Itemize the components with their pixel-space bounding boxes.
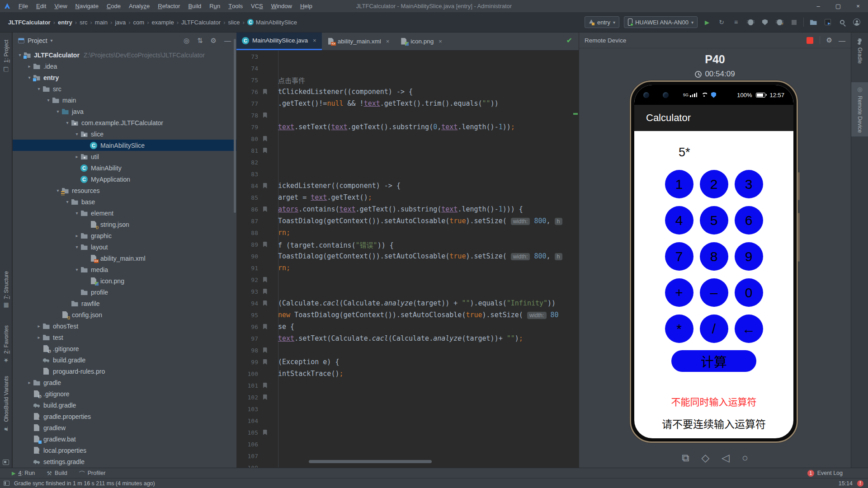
fold-marker-icon[interactable] (258, 136, 272, 141)
error-indicator-icon[interactable]: ! (857, 480, 863, 487)
chevron-down-icon[interactable]: ▾ (73, 244, 80, 249)
tree-item-test[interactable]: ▸test (13, 332, 236, 343)
editor-tab-icon-png[interactable]: icon.png× (395, 33, 448, 50)
key-7[interactable]: 7 (665, 242, 693, 271)
key-2[interactable]: 2 (700, 170, 728, 198)
tree-item-element[interactable]: ▾element (13, 207, 236, 219)
avatar-icon[interactable] (852, 17, 862, 27)
phone-screen[interactable]: 5G 100% 12:57 Calculator 5* 123456789+–0… (634, 85, 793, 438)
code-line-79[interactable]: 79text.setText(text.getText().substring(… (236, 121, 579, 133)
menu-help[interactable]: Help (296, 0, 316, 12)
tree-item-base[interactable]: ▾base (13, 196, 236, 207)
chevron-right-icon[interactable]: ▸ (73, 233, 80, 238)
attach-debugger-icon[interactable]: ↻ (717, 17, 726, 27)
code-line-84[interactable]: 84ickedListener((component) -> { (236, 180, 579, 192)
menu-window[interactable]: Window (267, 0, 296, 12)
key-1[interactable]: 1 (665, 170, 693, 198)
stop-device-icon[interactable] (807, 37, 813, 44)
tree-item--gitignore[interactable]: ∅.gitignore (13, 343, 236, 354)
menu-analyze[interactable]: Analyze (125, 0, 154, 12)
nav-back-icon[interactable]: ◁ (679, 436, 686, 438)
tree-item-slice[interactable]: ▾slice (13, 128, 236, 140)
chevron-down-icon[interactable]: ▾ (54, 188, 61, 193)
tree-item-config-json[interactable]: {}config.json (13, 309, 236, 320)
chevron-down-icon[interactable]: ▾ (64, 199, 71, 204)
locate-file-icon[interactable]: ◎ (184, 37, 189, 45)
run-tool-window[interactable]: ▶ 4: Run (12, 470, 35, 476)
breadcrumb-item-slice[interactable]: slice (226, 19, 242, 26)
tree-item-com-example-jltfcalculator[interactable]: ▾com.example.JLTFCalculator (13, 117, 236, 128)
code-line-94[interactable]: 94(Calculate.cacl(Calculate.analyze(targ… (236, 297, 579, 309)
code-line-87[interactable]: 87ToastDialog(getContext()).setAutoClosa… (236, 215, 579, 227)
tree-item-media[interactable]: ▾media (13, 264, 236, 275)
code-line-102[interactable]: 102 (236, 391, 579, 403)
key-/[interactable]: / (700, 314, 728, 343)
gear-icon[interactable]: ⚙ (211, 37, 217, 45)
menu-vcs[interactable]: VCS (247, 0, 267, 12)
window-close-icon[interactable]: × (848, 0, 868, 12)
tree-item-build-gradle[interactable]: build.gradle (13, 354, 236, 366)
fold-marker-icon[interactable] (258, 383, 272, 388)
code-line-99[interactable]: 99(Exception e) { (236, 356, 579, 368)
code-line-77[interactable]: 77.getText()!=null && !text.getText().tr… (236, 98, 579, 109)
fold-marker-icon[interactable] (258, 89, 272, 94)
key-+[interactable]: + (665, 278, 693, 307)
fold-marker-icon[interactable] (258, 289, 272, 294)
tree-item-mainabilityslice[interactable]: CMainAbilitySlice (13, 140, 236, 151)
tool-tab-project[interactable]: ❏1: Project (0, 36, 12, 76)
code-line-103[interactable]: 103 (236, 403, 579, 415)
chevron-right-icon[interactable]: ▸ (73, 154, 80, 159)
chevron-right-icon[interactable]: ▸ (35, 324, 42, 328)
run-config-select[interactable]: entry ▾ (585, 16, 619, 28)
close-icon[interactable]: × (313, 37, 316, 44)
chevron-down-icon[interactable]: ▾ (73, 131, 80, 136)
device-home-icon[interactable]: ○ (742, 452, 748, 464)
calc-display[interactable]: 5* (634, 131, 793, 170)
tree-item-entry[interactable]: ▾entry (13, 72, 236, 83)
debug-icon[interactable] (745, 17, 755, 27)
code-line-88[interactable]: 88rn; (236, 227, 579, 239)
tree-item-local-properties[interactable]: ≡local.properties (13, 445, 236, 456)
fold-marker-icon[interactable] (258, 183, 272, 188)
tree-item-src[interactable]: ▾src (13, 83, 236, 94)
run-panel-icon[interactable] (823, 17, 833, 27)
run-icon[interactable]: ▶ (702, 17, 712, 27)
build-tool-window[interactable]: ⚒ Build (47, 470, 67, 477)
tree-item-build-gradle[interactable]: build.gradle (13, 399, 236, 411)
tree-item-java[interactable]: ▾java (13, 106, 236, 117)
horizontal-scrollbar[interactable] (309, 460, 432, 463)
nav-recent-icon[interactable]: □ (743, 437, 748, 439)
tree-item-mainability[interactable]: CMainAbility (13, 162, 236, 174)
chevron-down-icon[interactable]: ▾ (45, 98, 52, 103)
fold-marker-icon[interactable] (258, 113, 272, 118)
breadcrumb-item-src[interactable]: src (78, 19, 89, 26)
breadcrumb-item-com[interactable]: com (132, 19, 146, 26)
profiler-tool-window[interactable]: ⌒ Profiler (79, 469, 106, 478)
code-line-82[interactable]: 82 (236, 156, 579, 168)
window-layout-icon[interactable] (3, 460, 9, 465)
code-line-76[interactable]: 76tClickedListener((component) -> { (236, 86, 579, 98)
breadcrumb-item-jltfcalculator[interactable]: JLTFCalculator (6, 19, 52, 26)
tool-tab-ohosbuild-variants[interactable]: ⚑OhosBuild Variants (0, 372, 12, 436)
fold-marker-icon[interactable] (258, 206, 272, 212)
editor-tab-ability-main-xml[interactable]: <>ability_main.xml× (322, 33, 395, 50)
tree-item-resources[interactable]: ▾resources (13, 185, 236, 196)
close-icon[interactable]: × (439, 38, 442, 45)
code-line-85[interactable]: 85arget = text.getText(); (236, 192, 579, 203)
fold-marker-icon[interactable] (258, 347, 272, 353)
tree-item-ohostest[interactable]: ▸ohosTest (13, 320, 236, 332)
coverage-icon[interactable] (760, 17, 770, 27)
fold-marker-icon[interactable] (258, 324, 272, 329)
key-5[interactable]: 5 (700, 206, 728, 235)
code-line-106[interactable]: 106 (236, 438, 579, 450)
key-0[interactable]: 0 (735, 278, 763, 307)
collapse-all-icon[interactable]: ⇅ (197, 37, 203, 45)
code-line-101[interactable]: 101 (236, 380, 579, 391)
code-line-80[interactable]: 80 (236, 133, 579, 145)
calculate-button[interactable]: 计算 (671, 350, 756, 372)
code-line-105[interactable]: 105 (236, 427, 579, 438)
tree-item-gradle[interactable]: ▸gradle (13, 377, 236, 388)
breadcrumb-item-jltfcalculator[interactable]: JLTFCalculator (179, 19, 222, 26)
breadcrumb-item-main[interactable]: main (93, 19, 109, 26)
tool-tab-gradle[interactable]: Gradle (851, 35, 868, 67)
